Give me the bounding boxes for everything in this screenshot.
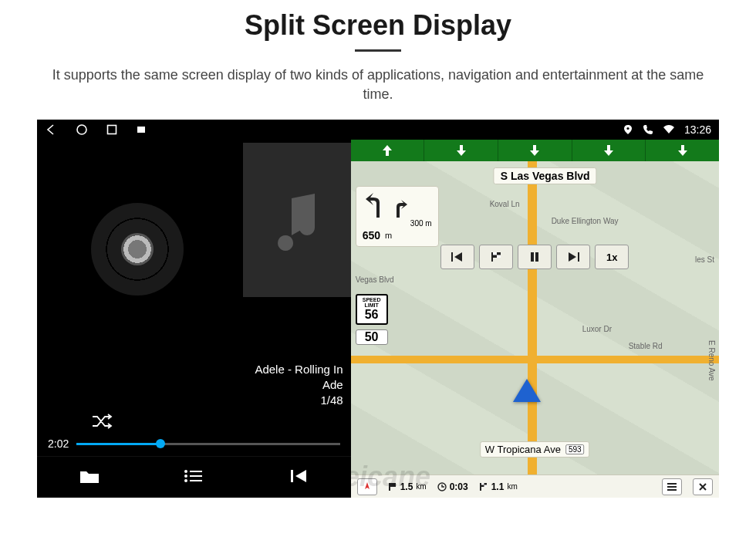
page-title: Split Screen Display xyxy=(0,9,756,42)
svg-rect-1 xyxy=(108,126,116,134)
svg-rect-24 xyxy=(481,483,484,485)
speed-box: SPEED LIMIT 56 50 xyxy=(356,294,388,345)
svg-point-6 xyxy=(184,475,187,478)
phone-icon[interactable] xyxy=(643,124,653,135)
device-frame: 13:26 Adele - Rolling In Ade 1/48 xyxy=(37,120,719,498)
svg-rect-19 xyxy=(389,483,390,491)
lane-arrow-icon xyxy=(646,140,719,161)
music-pane: Adele - Rolling In Ade 1/48 2:02 xyxy=(37,140,351,498)
svg-point-4 xyxy=(184,470,187,473)
svg-rect-17 xyxy=(535,252,538,262)
svg-rect-2 xyxy=(137,127,145,133)
svg-rect-27 xyxy=(667,486,677,488)
step-distance: 1.1 km xyxy=(479,481,518,492)
navigation-pane: Koval Ln Duke Ellington Way les St Vegas… xyxy=(351,140,719,498)
svg-rect-7 xyxy=(190,475,202,477)
progress-bar[interactable] xyxy=(76,443,339,445)
speed-limit-sign: SPEED LIMIT 56 xyxy=(356,294,388,325)
svg-rect-15 xyxy=(497,255,501,258)
svg-point-3 xyxy=(626,127,629,130)
eta: 0:03 xyxy=(437,481,468,492)
album-area xyxy=(37,140,351,358)
lane-guidance-bar xyxy=(351,140,719,161)
folder-button[interactable] xyxy=(68,468,111,488)
exit-number: 593 xyxy=(565,444,585,454)
road-label: Vegas Blvd xyxy=(356,275,394,284)
svg-rect-25 xyxy=(484,485,487,487)
current-speed: 50 xyxy=(356,329,388,345)
sim-prev-button[interactable] xyxy=(440,245,474,269)
road-label: E Reno Ave xyxy=(707,340,716,381)
album-art-placeholder xyxy=(243,143,351,297)
lane-arrow-icon xyxy=(424,140,498,161)
turn-instruction-box: 300 m 650 m xyxy=(356,186,439,247)
lane-arrow-icon xyxy=(498,140,572,161)
next-turn-distance: 300 m xyxy=(363,219,432,228)
svg-point-0 xyxy=(77,125,86,134)
turn-left-icon xyxy=(363,191,389,219)
wifi-icon xyxy=(663,124,675,135)
previous-button[interactable] xyxy=(277,468,320,488)
total-distance: 1.5 km xyxy=(388,481,427,492)
map-road xyxy=(351,356,719,363)
svg-rect-28 xyxy=(667,489,677,491)
simulation-playbar: 1x xyxy=(440,245,629,269)
svg-rect-26 xyxy=(667,483,677,485)
svg-point-8 xyxy=(184,479,187,482)
statusbar: 13:26 xyxy=(37,120,719,140)
location-icon[interactable] xyxy=(623,124,633,135)
svg-rect-20 xyxy=(390,483,396,487)
menu-button[interactable] xyxy=(662,478,682,495)
page-subtitle: It supports the same screen display of t… xyxy=(46,66,710,104)
track-index: 1/48 xyxy=(45,393,343,408)
sim-next-button[interactable] xyxy=(556,245,590,269)
map-road xyxy=(528,161,537,475)
nav-bottom-bar: 1.5 km 0:03 1.1 km xyxy=(351,475,719,498)
road-label: Duke Ellington Way xyxy=(552,217,619,225)
svg-rect-9 xyxy=(190,480,202,481)
screenshot-icon[interactable] xyxy=(136,124,147,135)
track-title: Adele - Rolling In xyxy=(45,362,343,377)
music-controls xyxy=(37,456,351,498)
elapsed-time: 2:02 xyxy=(48,437,69,450)
compass-button[interactable] xyxy=(357,478,377,495)
road-label: Koval Ln xyxy=(490,200,520,208)
speed-limit-value: 56 xyxy=(359,308,385,322)
shuffle-icon[interactable] xyxy=(91,413,113,433)
turn-right-small-icon xyxy=(393,198,410,219)
svg-rect-18 xyxy=(578,252,579,262)
clock: 13:26 xyxy=(684,123,711,136)
sim-pause-button[interactable] xyxy=(518,245,552,269)
svg-rect-12 xyxy=(491,252,493,262)
recent-apps-icon[interactable] xyxy=(106,124,117,135)
vehicle-arrow-icon xyxy=(513,379,541,402)
record-disc-icon xyxy=(91,203,184,296)
svg-rect-16 xyxy=(531,252,534,262)
svg-rect-22 xyxy=(480,483,481,491)
back-icon[interactable] xyxy=(45,123,57,136)
track-info: Adele - Rolling In Ade 1/48 xyxy=(37,359,351,410)
road-label: les St xyxy=(695,255,714,264)
turn-distance-value: 650 xyxy=(363,229,380,241)
svg-rect-11 xyxy=(451,252,453,262)
svg-rect-10 xyxy=(291,470,293,482)
destination-street-label: W Tropicana Ave 593 xyxy=(480,441,590,458)
turn-distance-unit: m xyxy=(385,231,392,240)
title-underline xyxy=(355,49,401,52)
road-label: Stable Rd xyxy=(629,342,663,350)
playlist-button[interactable] xyxy=(172,468,215,487)
current-street-label: S Las Vegas Blvd xyxy=(494,167,597,184)
track-artist: Ade xyxy=(45,377,343,393)
road-label: Luxor Dr xyxy=(582,325,612,333)
close-button[interactable] xyxy=(693,478,713,495)
lane-arrow-icon xyxy=(351,140,425,161)
sim-flag-button[interactable] xyxy=(479,245,513,269)
home-icon[interactable] xyxy=(76,123,88,136)
svg-rect-5 xyxy=(190,471,202,472)
sim-speed-button[interactable]: 1x xyxy=(595,245,629,269)
svg-rect-14 xyxy=(493,252,497,255)
lane-arrow-icon xyxy=(572,140,646,161)
